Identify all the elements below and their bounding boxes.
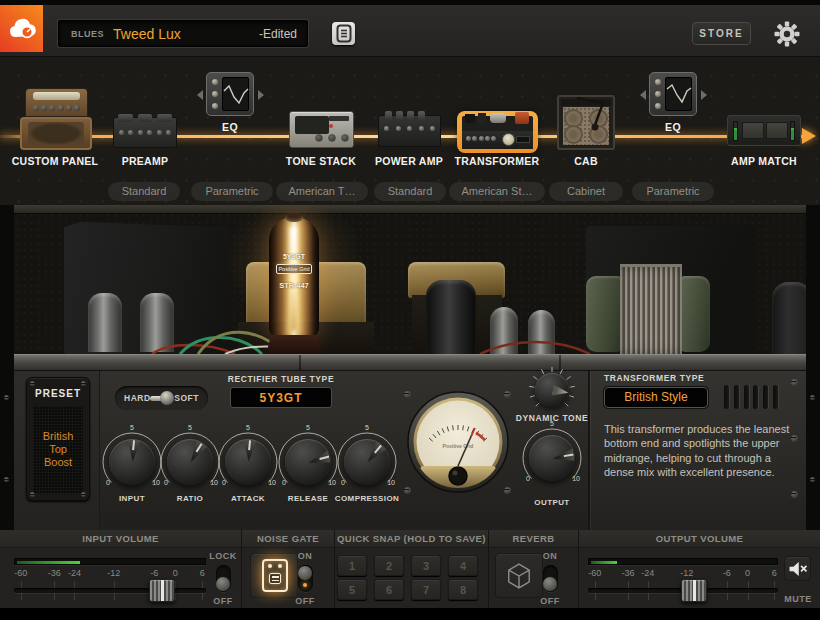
- reverb-title: REVERB: [489, 530, 579, 548]
- input-fader-handle[interactable]: [149, 579, 175, 602]
- eq1-thumb[interactable]: [206, 72, 254, 116]
- tube-code-label: STR 447: [269, 281, 319, 290]
- output-knob[interactable]: [529, 435, 575, 481]
- dynamic-tone-knob[interactable]: [535, 373, 569, 407]
- transformer-type-display[interactable]: British Style: [604, 387, 708, 408]
- eq1-prev-arrow[interactable]: [197, 90, 203, 100]
- store-button[interactable]: STORE: [692, 22, 751, 45]
- rectifier-tube: 5Y3GT Positive Grid STR 447: [269, 213, 319, 354]
- tone-stack-thumb[interactable]: [289, 111, 354, 148]
- transformer-info-panel: TRANSFORMER TYPE British Style This tran…: [588, 371, 806, 530]
- chain-item-amp-match[interactable]: AMP MATCH: [714, 155, 814, 167]
- attack-knob[interactable]: [225, 439, 271, 485]
- power-amp-thumb[interactable]: [378, 115, 441, 147]
- vu-meter: Positive Grid: [406, 388, 510, 500]
- soft-label: SOFT: [174, 393, 199, 403]
- preset-plate[interactable]: PRESET British Top Boost: [26, 377, 90, 501]
- transformer-type-label: TRANSFORMER TYPE: [604, 373, 724, 383]
- toggle-lever-icon: [151, 390, 175, 406]
- output-volume-title: OUTPUT VOLUME: [579, 530, 820, 548]
- variant-chip-preamp[interactable]: Standard: [108, 182, 180, 201]
- variant-chip-transformer[interactable]: American St…: [449, 182, 545, 201]
- preset-name-field[interactable]: BLUES Tweed Lux -Edited: [58, 20, 308, 47]
- release-knob[interactable]: [285, 439, 331, 485]
- preset-section: PRESET British Top Boost: [14, 371, 100, 530]
- custom-panel-thumb-head[interactable]: [25, 88, 88, 117]
- quick-snap-2[interactable]: 2: [374, 555, 404, 576]
- panel-top-rail: [0, 354, 820, 371]
- top-bar: BLUES Tweed Lux -Edited STORE: [0, 5, 820, 57]
- transformer-description: This transformer produces the leanest bo…: [604, 422, 800, 479]
- input-level-meter: [14, 558, 206, 565]
- eq2-next-arrow[interactable]: [701, 90, 707, 100]
- variant-chip-eq1[interactable]: Parametric: [191, 182, 273, 201]
- mute-label: MUTE: [775, 594, 820, 604]
- chain-item-cab[interactable]: CAB: [546, 155, 626, 167]
- mute-button[interactable]: [784, 556, 811, 581]
- settings-gear-icon[interactable]: [774, 21, 800, 47]
- compression-knob[interactable]: [344, 439, 390, 485]
- chain-item-eq2[interactable]: EQ: [623, 121, 723, 133]
- quick-snap-title: QUICK SNAP (HOLD TO SAVE): [335, 530, 489, 548]
- input-knob[interactable]: [109, 439, 155, 485]
- chain-item-transformer[interactable]: TRANSFORMER: [442, 155, 552, 167]
- list-icon: [334, 23, 354, 44]
- right-frame: [806, 205, 820, 530]
- vent-slots: [724, 385, 778, 409]
- bottom-black-strip: [0, 608, 820, 620]
- chain-item-eq1[interactable]: EQ: [180, 121, 280, 133]
- eq2-prev-arrow[interactable]: [640, 90, 646, 100]
- preset-menu-button[interactable]: [332, 22, 355, 45]
- quick-snap-5[interactable]: 5: [337, 579, 367, 600]
- variant-chip-tone-stack[interactable]: American T…: [276, 182, 368, 201]
- quick-snap-4[interactable]: 4: [448, 555, 478, 576]
- input-volume-fader[interactable]: -60-36-24-12-606: [14, 548, 206, 608]
- quick-snap-1[interactable]: 1: [337, 555, 367, 576]
- input-volume-title: INPUT VOLUME: [0, 530, 242, 548]
- reverb-section: ON OFF: [489, 548, 579, 608]
- amp-match-thumb[interactable]: [727, 115, 801, 146]
- variant-chip-eq2[interactable]: Parametric: [632, 182, 714, 201]
- output-fader-handle[interactable]: [681, 579, 707, 602]
- rectifier-type-display[interactable]: 5Y3GT: [230, 387, 332, 408]
- noise-gate-toggle[interactable]: ON OFF: [278, 551, 332, 606]
- bottom-bar: INPUT VOLUME NOISE GATE QUICK SNAP (HOLD…: [0, 530, 820, 608]
- output-volume-fader[interactable]: -60-36-24-12-606: [588, 548, 778, 608]
- input-volume-section: -60-36-24-12-606 LOCK OFF: [0, 548, 242, 608]
- custom-panel-thumb-cab[interactable]: [20, 117, 92, 150]
- output-knob-unit: 5 0 10 OUTPUT: [520, 426, 584, 506]
- noise-gate-section: ON OFF: [242, 548, 335, 608]
- reverb-toggle[interactable]: ON OFF: [523, 551, 577, 606]
- quick-snap-6[interactable]: 6: [374, 579, 404, 600]
- preamp-thumb[interactable]: [113, 117, 177, 148]
- bias-amp-app: BLUES Tweed Lux -Edited STORE: [0, 0, 820, 620]
- transformer-thumb-selected[interactable]: [457, 111, 538, 153]
- control-panel: PRESET British Top Boost HARD SOFT RECTI…: [14, 371, 806, 530]
- amp-internals-photo: 5Y3GT Positive Grid STR 447: [0, 205, 820, 354]
- preset-plate-title: PRESET: [27, 388, 89, 399]
- eq1-next-arrow[interactable]: [258, 90, 264, 100]
- quick-snap-8[interactable]: 8: [448, 579, 478, 600]
- quick-snap-7[interactable]: 7: [411, 579, 441, 600]
- hard-label: HARD: [124, 393, 151, 403]
- quick-snap-section: 1 2 3 4 5 6 7 8: [335, 548, 489, 608]
- ratio-knob[interactable]: [167, 439, 213, 485]
- eq2-thumb[interactable]: [649, 72, 697, 116]
- output-volume-section: -60-36-24-12-606 MUTE: [579, 548, 820, 608]
- noise-gate-title: NOISE GATE: [242, 530, 335, 548]
- quick-snap-3[interactable]: 3: [411, 555, 441, 576]
- signal-chain-arrow: [802, 128, 816, 144]
- preset-plate-name: British Top Boost: [33, 406, 83, 493]
- compression-knob-unit: 5 0 10 COMPRESSION: [335, 430, 399, 510]
- input-fader-track[interactable]: [14, 588, 206, 593]
- variant-chip-power-amp[interactable]: Standard: [374, 182, 446, 201]
- chain-item-preamp[interactable]: PREAMP: [95, 155, 195, 167]
- preset-edited-flag: -Edited: [259, 27, 297, 41]
- variant-chip-cab[interactable]: Cabinet: [549, 182, 623, 201]
- chain-item-custom-panel[interactable]: CUSTOM PANEL: [0, 155, 110, 167]
- app-logo[interactable]: [0, 5, 43, 52]
- preset-category: BLUES: [71, 29, 104, 39]
- cab-thumb[interactable]: [557, 95, 615, 150]
- tube-brand-badge: Positive Grid: [276, 264, 312, 274]
- hard-soft-switch[interactable]: HARD SOFT: [115, 386, 208, 410]
